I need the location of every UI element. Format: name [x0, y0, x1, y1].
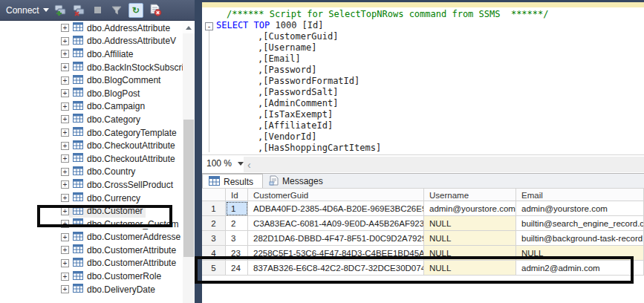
object-explorer-toolbar: Connect ↻: [0, 0, 195, 21]
scroll-up-icon[interactable]: [183, 22, 195, 33]
grid-cell-username[interactable]: admin@yourstore.com: [424, 201, 516, 216]
editor-top-band: [202, 2, 644, 7]
tree-item[interactable]: +dbo.CustomerAddresse: [0, 231, 183, 244]
tree-scrollbar[interactable]: [183, 22, 195, 303]
connect-button[interactable]: Connect: [6, 5, 49, 16]
row-number[interactable]: 1: [202, 201, 226, 216]
tree-item[interactable]: +dbo.AddressAttributeV: [0, 35, 183, 48]
tree-item[interactable]: +dbo.CrossSellProduct: [0, 178, 183, 192]
expand-plus-icon[interactable]: +: [61, 37, 69, 45]
grid-cell-id[interactable]: 24: [226, 261, 248, 276]
grid-cell-username[interactable]: NULL: [424, 261, 516, 276]
grid-cell-email[interactable]: builtin@search_engine_record.com: [516, 216, 644, 231]
tree-item[interactable]: +dbo.CustomerRole: [0, 270, 183, 283]
tab-messages[interactable]: Messages: [263, 174, 332, 189]
grid-cell-id[interactable]: 3: [226, 231, 248, 246]
tree-item[interactable]: +dbo.AddressAttribute: [0, 22, 183, 35]
grid-cell-username[interactable]: NULL: [424, 216, 516, 231]
script-error-icon[interactable]: [149, 4, 162, 17]
tree-item[interactable]: +dbo.Campaign: [0, 100, 183, 114]
sql-editor[interactable]: - /****** Script for SelectTopNRows comm…: [202, 7, 644, 154]
tree-item-label: dbo.Category: [87, 114, 140, 125]
expand-plus-icon[interactable]: +: [61, 76, 69, 85]
disconnect-server-icon[interactable]: [73, 4, 86, 17]
grid-cell-guid[interactable]: 2258C5F1-53C6-4F47-84D3-C4BEE1BD45A2: [248, 246, 424, 261]
grid-cell-username[interactable]: NULL: [424, 246, 516, 261]
expand-plus-icon[interactable]: +: [61, 233, 69, 241]
tree-item[interactable]: +dbo.Country: [0, 166, 183, 179]
column-header-email[interactable]: Email: [516, 188, 644, 201]
tree-scrollbar-thumb[interactable]: [183, 120, 194, 257]
row-number[interactable]: 3: [202, 231, 226, 246]
grid-cell-email[interactable]: NULL: [516, 246, 644, 261]
expand-plus-icon[interactable]: +: [61, 220, 69, 228]
tree-item[interactable]: +dbo.DeliveryDate: [0, 283, 183, 296]
grid-cell-email[interactable]: admin@yourstore.com: [516, 201, 644, 216]
connect-server-icon[interactable]: [54, 4, 68, 17]
column-header-guid[interactable]: CustomerGuid: [248, 188, 424, 201]
expand-plus-icon[interactable]: +: [61, 168, 69, 176]
grid-cell-id[interactable]: 1: [226, 201, 248, 216]
corner-header[interactable]: [202, 188, 226, 201]
table-icon: [73, 218, 83, 229]
grid-cell-id[interactable]: 23: [226, 246, 248, 261]
grid-cell-id[interactable]: 2: [226, 216, 248, 231]
tree-item[interactable]: +dbo.CategoryTemplate: [0, 126, 183, 140]
table-row: 1 1 ADBA40FD-2385-4D6A-B20E-969E3BC26E9B…: [202, 201, 644, 216]
expand-plus-icon[interactable]: +: [61, 273, 69, 281]
expand-plus-icon[interactable]: +: [61, 128, 69, 137]
tree-item[interactable]: +dbo.CheckoutAttribute: [0, 152, 183, 166]
grid-cell-guid[interactable]: 837AB326-E6C8-42C2-8DC7-32DCE30D0740: [248, 261, 424, 276]
tree-item[interactable]: +dbo.Category: [0, 113, 183, 126]
grid-cell-guid[interactable]: ADBA40FD-2385-4D6A-B20E-969E3BC26E9B: [248, 201, 424, 216]
grid-cell-guid[interactable]: C3A83EAC-6081-4A09-9E0D-A45B26AF923E: [248, 216, 424, 231]
tree-item[interactable]: +dbo.CustomerAttribute: [0, 244, 183, 257]
tree-item-customer[interactable]: +dbo.Customer: [0, 204, 183, 218]
tree-item-label: dbo.Campaign: [87, 101, 145, 111]
expand-plus-icon[interactable]: +: [61, 154, 69, 163]
sql-column-line: ,[IsTaxExempt]: [202, 109, 644, 120]
row-number[interactable]: 2: [202, 216, 226, 231]
expand-plus-icon[interactable]: +: [61, 24, 69, 32]
expand-plus-icon[interactable]: +: [61, 50, 69, 58]
tab-results[interactable]: Results: [202, 174, 263, 189]
expand-plus-icon[interactable]: +: [61, 180, 69, 189]
expand-plus-icon[interactable]: +: [61, 89, 69, 97]
tree-item[interactable]: +dbo.CustomerAttribute: [0, 257, 183, 270]
expand-plus-icon[interactable]: +: [61, 259, 69, 267]
tree-item[interactable]: +dbo.BlogComment: [0, 74, 183, 87]
column-header-username[interactable]: Username: [424, 188, 516, 201]
expand-plus-icon[interactable]: +: [61, 207, 69, 215]
scroll-left-icon[interactable]: ‹: [244, 159, 251, 171]
expand-plus-icon[interactable]: +: [61, 285, 69, 293]
sql-column-line: ,[HasShoppingCartItems]: [202, 143, 644, 154]
grid-cell-email[interactable]: admin2@admin.com: [516, 261, 644, 276]
sql-comment-line: /****** Script for SelectTopNRows comman…: [202, 9, 644, 20]
tree-item[interactable]: +dbo.Currency: [0, 192, 183, 205]
tree-item[interactable]: +dbo.BackInStockSubscri: [0, 61, 183, 74]
tree-item[interactable]: +dbo.CheckoutAttribute: [0, 139, 183, 152]
row-number[interactable]: 4: [202, 246, 226, 261]
workspace: - /****** Script for SelectTopNRows comm…: [202, 0, 644, 303]
sql-column-line: ,[PasswordSalt]: [202, 87, 644, 98]
expand-plus-icon[interactable]: +: [61, 194, 69, 202]
grid-cell-guid[interactable]: 282D1DA6-DBBD-4F47-8F51-D0C9D2A79292: [248, 231, 424, 246]
grid-cell-username[interactable]: NULL: [424, 231, 516, 246]
tab-results-label: Results: [224, 177, 253, 187]
expand-plus-icon[interactable]: +: [61, 102, 69, 111]
refresh-icon[interactable]: ↻: [129, 3, 143, 18]
editor-hscrollbar[interactable]: ‹: [244, 157, 644, 172]
column-header-id[interactable]: Id: [226, 188, 248, 201]
stop-icon: [91, 4, 105, 17]
tree-item[interactable]: +dbo.BlogPost: [0, 87, 183, 100]
expand-plus-icon[interactable]: +: [61, 246, 69, 254]
tree-item[interactable]: +dbo.Affiliate: [0, 48, 183, 61]
grid-cell-email[interactable]: builtin@background-task-record.com: [516, 231, 644, 246]
row-number[interactable]: 5: [202, 261, 226, 276]
expand-plus-icon[interactable]: +: [61, 63, 69, 71]
expand-plus-icon[interactable]: +: [61, 115, 69, 123]
tree-item[interactable]: +dbo.Customer_Custom: [0, 218, 183, 231]
zoom-control[interactable]: 100 %: [206, 158, 244, 169]
expand-plus-icon[interactable]: +: [61, 142, 69, 150]
table-icon: [73, 153, 83, 164]
